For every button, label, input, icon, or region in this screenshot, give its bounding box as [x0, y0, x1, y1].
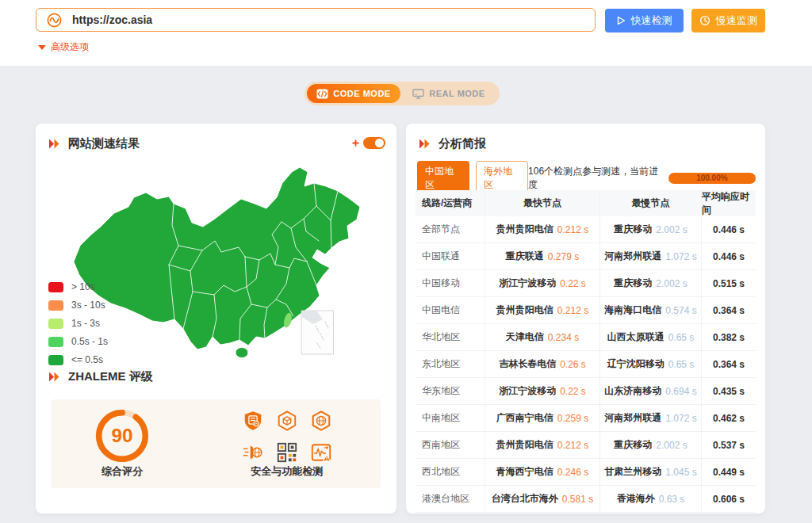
table-row: 港澳台地区台湾台北市海外0.581 s香港海外0.63 s0.606 s: [416, 486, 756, 513]
advanced-options-link[interactable]: 高级选项: [38, 40, 89, 54]
cell-line: 全部节点: [416, 216, 485, 242]
slowest-node-time: 2.002 s: [656, 278, 687, 289]
cell-avg-response: 0.382 s: [702, 324, 756, 350]
table-row: 中南地区广西南宁电信0.259 s河南郑州联通1.072 s0.462 s: [416, 405, 756, 432]
legend-item: 1s - 3s: [48, 318, 108, 329]
cell-slowest: 香港海外0.63 s: [600, 486, 702, 512]
avg-response-value: 0.446 s: [713, 251, 745, 262]
fastest-node-time: 0.22 s: [560, 278, 586, 289]
monitor-button[interactable]: 慢速监测: [691, 9, 765, 32]
error-monitor-icon: [310, 441, 332, 464]
table-row: 华北地区天津电信0.234 s山西太原联通0.65 s0.382 s: [416, 324, 756, 351]
cell-fastest: 台湾台北市海外0.581 s: [485, 486, 600, 512]
cell-avg-response: 0.435 s: [702, 378, 756, 404]
double-chevron-icon: [48, 139, 60, 149]
cell-fastest: 广西南宁电信0.259 s: [485, 405, 600, 431]
legend-item: 3s - 10s: [48, 300, 108, 311]
slowest-node-time: 1.072 s: [665, 413, 696, 424]
monitor-label: 慢速监测: [716, 13, 757, 28]
legend-item: > 10s: [48, 281, 108, 292]
fastest-node-time: 0.246 s: [557, 467, 588, 478]
url-box[interactable]: [36, 8, 596, 32]
legend-swatch: [48, 319, 63, 329]
code-icon: [316, 89, 328, 99]
fastest-node-time: 0.279 s: [548, 251, 579, 262]
cell-avg-response: 0.449 s: [702, 459, 756, 485]
map-display-toggle[interactable]: [363, 137, 385, 149]
table-row: 中国联通重庆联通0.279 s河南郑州联通1.072 s0.446 s: [416, 243, 756, 270]
avg-response-value: 0.606 s: [713, 494, 745, 505]
slowest-node-time: 1.072 s: [665, 251, 696, 262]
slowest-node-name: 山西太原联通: [607, 330, 665, 344]
qrcode-icon: [276, 441, 298, 464]
header-fastest-node: 最快节点: [485, 190, 600, 216]
real-mode-button[interactable]: REAL MODE: [400, 89, 497, 99]
cell-fastest: 天津电信0.234 s: [485, 324, 600, 350]
score-value: 90: [112, 425, 133, 446]
hainan-island[interactable]: [236, 348, 248, 358]
slowest-node-name: 河南郑州联通: [604, 411, 661, 425]
quick-test-button[interactable]: 快速检测: [605, 9, 684, 32]
cell-slowest: 山西太原联通0.65 s: [600, 324, 702, 350]
cell-fastest: 浙江宁波移动0.22 s: [485, 270, 600, 296]
cell-line: 中国电信: [416, 297, 485, 323]
cell-fastest: 浙江宁波移动0.22 s: [485, 378, 600, 404]
report-title-row: 分析简报: [419, 136, 486, 151]
score-gauge: 90: [89, 407, 155, 464]
legend-label: 3s - 10s: [71, 300, 105, 311]
cell-avg-response: 0.515 s: [702, 270, 756, 296]
cell-fastest: 青海西宁电信0.246 s: [485, 459, 600, 485]
real-mode-label: REAL MODE: [429, 89, 485, 98]
fastest-node-time: 0.212 s: [557, 305, 588, 316]
cell-line: 西南地区: [416, 432, 485, 458]
advanced-options-label: 高级选项: [51, 40, 89, 54]
slowest-node-name: 甘肃兰州移动: [604, 465, 661, 479]
cell-slowest: 重庆移动2.002 s: [600, 432, 702, 458]
fastest-node-name: 贵州贵阳电信: [496, 223, 553, 236]
url-input[interactable]: [71, 13, 585, 27]
cell-fastest: 贵州贵阳电信0.212 s: [485, 297, 600, 323]
cell-avg-response: 0.606 s: [702, 486, 756, 512]
cell-avg-response: 0.537 s: [702, 432, 756, 458]
cell-avg-response: 0.446 s: [702, 216, 756, 242]
double-chevron-icon: [419, 139, 431, 149]
cell-line: 中国移动: [416, 270, 485, 296]
cell-line: 港澳台地区: [416, 486, 485, 512]
slowest-node-time: 0.694 s: [665, 386, 696, 397]
slowest-node-time: 2.002 s: [656, 224, 687, 235]
legend-label: 1s - 3s: [71, 318, 100, 329]
legend-item: <= 0.5s: [48, 354, 108, 365]
progress-bar: 100.00%: [668, 173, 756, 184]
fastest-node-time: 0.212 s: [557, 224, 588, 235]
table-row: 中国电信贵州贵阳电信0.212 s海南海口电信0.574 s0.364 s: [416, 297, 756, 324]
avg-response-value: 0.446 s: [713, 224, 745, 235]
rating-title-row: ZHALEME 评级: [48, 369, 153, 384]
fastest-node-name: 天津电信: [506, 330, 544, 344]
cell-line: 东北地区: [416, 351, 485, 377]
topbar: 快速检测 慢速监测 高级选项: [0, 0, 812, 66]
code-mode-button[interactable]: CODE MODE: [307, 84, 400, 103]
cell-fastest: 贵州贵阳电信0.212 s: [485, 432, 600, 458]
avg-response-value: 0.382 s: [713, 332, 745, 343]
fastest-node-name: 台湾台北市海外: [492, 492, 558, 506]
legend-item: 0.5s - 1s: [48, 336, 108, 347]
fastest-node-name: 浙江宁波移动: [499, 277, 556, 290]
legend-swatch: [48, 355, 63, 365]
plus-spark-icon: [352, 139, 359, 147]
header-line: 线路/运营商: [416, 190, 485, 216]
table-row: 中国移动浙江宁波移动0.22 s重庆移动2.002 s0.515 s: [416, 270, 756, 297]
slowest-node-name: 海南海口电信: [604, 303, 661, 317]
legend: > 10s3s - 10s1s - 3s0.5s - 1s<= 0.5s: [48, 281, 108, 365]
clock-icon: [699, 15, 710, 26]
avg-response-value: 0.537 s: [713, 440, 745, 451]
speed-result-title: 网站测速结果: [68, 136, 140, 151]
caret-down-icon: [38, 45, 46, 50]
legend-label: <= 0.5s: [71, 354, 103, 365]
legend-swatch: [48, 282, 63, 292]
cell-line: 中国联通: [416, 243, 485, 269]
header-slowest-node: 最慢节点: [600, 190, 702, 216]
cell-avg-response: 0.364 s: [702, 351, 756, 377]
table-body: 全部节点贵州贵阳电信0.212 s重庆移动2.002 s0.446 s中国联通重…: [416, 216, 756, 513]
fastest-node-name: 贵州贵阳电信: [496, 438, 553, 452]
slowest-node-name: 山东济南移动: [604, 384, 661, 398]
